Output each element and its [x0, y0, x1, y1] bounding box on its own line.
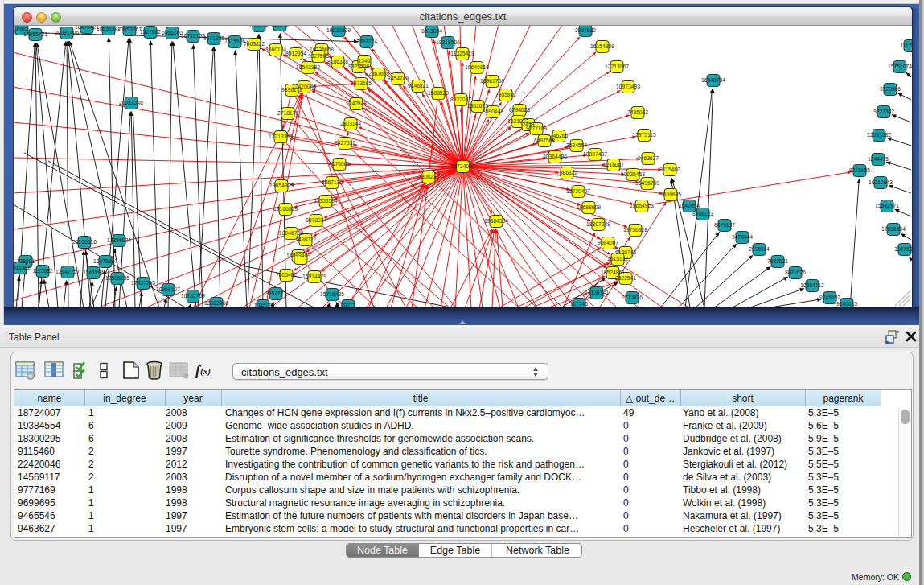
svg-text:7515526: 7515526 [224, 39, 245, 44]
svg-text:16033809: 16033809 [326, 27, 351, 33]
svg-text:16210643: 16210643 [869, 179, 893, 185]
svg-text:8878334: 8878334 [306, 217, 326, 223]
svg-text:8454749: 8454749 [388, 76, 409, 81]
svg-text:2803144: 2803144 [340, 121, 361, 126]
svg-text:4170061: 4170061 [329, 161, 350, 167]
svg-text:1546: 1546 [359, 58, 371, 64]
svg-text:12923468: 12923468 [204, 300, 228, 306]
svg-text:12505135: 12505135 [105, 275, 129, 281]
svg-text:10853267: 10853267 [117, 27, 142, 32]
svg-text:104523: 104523 [254, 303, 273, 307]
svg-text:9463627: 9463627 [638, 155, 659, 161]
svg-text:117345: 117345 [570, 301, 588, 307]
svg-text:1527602: 1527602 [140, 29, 161, 35]
svg-text:738901: 738901 [17, 258, 35, 264]
svg-text:17359924: 17359924 [107, 237, 131, 243]
svg-text:12213967: 12213967 [605, 64, 629, 69]
svg-text:19654925: 19654925 [269, 183, 294, 188]
svg-text:11353594: 11353594 [314, 198, 338, 204]
svg-text:20206516: 20206516 [72, 239, 97, 245]
svg-text:8267130: 8267130 [322, 179, 343, 185]
svg-text:1905: 1905 [16, 26, 28, 31]
svg-text:8186328: 8186328 [327, 59, 348, 64]
svg-text:9777169: 9777169 [526, 126, 547, 131]
svg-text:9327508: 9327508 [348, 64, 369, 69]
svg-text:10958107: 10958107 [156, 286, 180, 292]
svg-text:10975867: 10975867 [93, 258, 117, 264]
svg-text:7986322: 7986322 [556, 170, 577, 175]
svg-text:9115460: 9115460 [659, 167, 680, 172]
svg-text:11325419: 11325419 [450, 51, 474, 56]
svg-text:10654112: 10654112 [800, 282, 824, 288]
svg-text:15720407: 15720407 [566, 188, 590, 194]
svg-text:19166829: 19166829 [273, 206, 298, 212]
svg-text:8427552: 8427552 [335, 140, 355, 146]
svg-text:1145194: 1145194 [83, 270, 104, 275]
svg-text:16543382: 16543382 [296, 64, 320, 70]
svg-text:14099489: 14099489 [286, 253, 310, 258]
svg-text:110542: 110542 [271, 26, 289, 27]
svg-text:10807487: 10807487 [583, 151, 607, 157]
svg-text:15692971: 15692971 [875, 203, 899, 208]
svg-text:90713: 90713 [341, 303, 356, 307]
svg-text:16914479: 16914479 [302, 274, 326, 279]
svg-text:833094: 833094 [250, 26, 269, 28]
svg-text:8215955: 8215955 [849, 167, 870, 173]
svg-text:6466160: 6466160 [162, 30, 183, 35]
svg-text:10688609: 10688609 [577, 204, 601, 210]
svg-text:16640910: 16640910 [465, 64, 489, 70]
svg-text:12093582: 12093582 [867, 132, 891, 138]
svg-text:15751074: 15751074 [888, 64, 912, 69]
svg-text:6216067: 6216067 [603, 162, 624, 167]
svg-text:8912954: 8912954 [285, 51, 306, 56]
svg-text:10973493: 10973493 [616, 84, 640, 89]
svg-text:14055721: 14055721 [23, 31, 47, 37]
svg-text:8322037: 8322037 [450, 97, 471, 102]
svg-text:18807249: 18807249 [586, 221, 610, 227]
svg-text:8938123: 8938123 [692, 211, 713, 216]
svg-text:1115682: 1115682 [32, 268, 52, 274]
svg-text:1167533: 1167533 [894, 246, 912, 252]
svg-text:16782759: 16782759 [181, 293, 205, 299]
svg-text:19218506: 19218506 [436, 39, 460, 45]
svg-text:8813054: 8813054 [421, 28, 442, 34]
svg-text:9474444: 9474444 [732, 234, 753, 240]
svg-text:9242848: 9242848 [346, 101, 367, 106]
svg-text:16548784: 16548784 [701, 77, 725, 83]
svg-text:12975115: 12975115 [632, 132, 656, 138]
svg-text:2300213: 2300213 [418, 174, 439, 179]
svg-text:17957255: 17957255 [131, 280, 155, 286]
svg-text:8471676: 8471676 [785, 270, 806, 275]
svg-text:9245652: 9245652 [819, 295, 840, 300]
svg-text:1498222: 1498222 [295, 237, 316, 242]
svg-text:19654923: 19654923 [630, 203, 654, 208]
svg-text:1112842: 1112842 [900, 43, 912, 48]
svg-text:6479197: 6479197 [714, 222, 735, 228]
svg-text:18524861: 18524861 [601, 270, 625, 275]
svg-text:7463822: 7463822 [244, 41, 265, 47]
svg-text:3624554: 3624554 [566, 142, 587, 148]
svg-text:2935114: 2935114 [749, 246, 770, 252]
svg-text:2718176: 2718176 [277, 110, 298, 116]
svg-text:9657771: 9657771 [265, 290, 286, 296]
svg-text:17016504: 17016504 [881, 226, 906, 232]
svg-text:(x): (x) [200, 366, 211, 377]
svg-text:8660124: 8660124 [265, 47, 286, 52]
svg-text:19384554: 19384554 [484, 218, 508, 224]
svg-text:19756928: 19756928 [623, 227, 647, 233]
svg-text:2522541: 2522541 [615, 275, 636, 281]
svg-text:9327503: 9327503 [308, 53, 329, 59]
svg-text:20053346: 20053346 [119, 100, 143, 105]
svg-text:10046738: 10046738 [279, 230, 303, 236]
svg-text:7955812: 7955812 [495, 92, 516, 97]
svg-text:12942757: 12942757 [55, 269, 80, 274]
svg-text:6120746: 6120746 [615, 249, 636, 255]
svg-text:3911562: 3911562 [14, 265, 31, 270]
svg-text:2867608: 2867608 [368, 71, 389, 76]
svg-text:16961758: 16961758 [480, 78, 504, 84]
svg-text:16154808: 16154808 [590, 43, 614, 49]
svg-text:20091406: 20091406 [55, 30, 79, 35]
svg-text:15495759: 15495759 [635, 180, 659, 186]
svg-text:20364436: 20364436 [543, 154, 567, 159]
svg-text:9146821: 9146821 [408, 83, 429, 89]
